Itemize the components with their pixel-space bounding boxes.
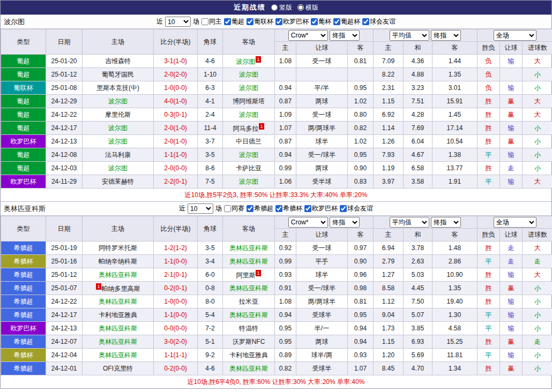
odds-time-select[interactable]: 终指 — [330, 30, 360, 41]
radio-horizontal-input[interactable] — [297, 4, 304, 11]
odds-source-select[interactable]: Crow* — [288, 217, 328, 228]
radio-vertical-layout[interactable]: 竖版 — [271, 3, 292, 12]
away-team-name[interactable]: 波尔图 — [239, 111, 258, 118]
home-team-name[interactable]: 波尔图 — [108, 124, 128, 132]
score[interactable]: 2-0(1-0) — [154, 135, 198, 148]
match-count-select[interactable]: 10 — [165, 17, 191, 27]
score[interactable]: 3-0(2-0) — [154, 335, 198, 349]
away-team-name[interactable]: 拉米亚 — [239, 298, 258, 305]
away-team-name[interactable]: 阿里斯 — [236, 272, 255, 279]
away-team-name[interactable]: 奥林匹亚科斯 — [229, 258, 268, 265]
home-team-name[interactable]: 法马利康 — [105, 151, 131, 159]
odds-source-select[interactable]: Crow* — [288, 30, 328, 41]
away-team-name[interactable]: 奥林匹亚科斯 — [229, 311, 268, 319]
home-team-name[interactable]: 帕纳多里高斯 — [102, 285, 140, 292]
home-team-name[interactable]: 安德莱赫特 — [102, 178, 134, 185]
away-team-name[interactable]: 中日德兰 — [236, 138, 262, 145]
away-team-name[interactable]: 阿马多拉 — [233, 125, 258, 132]
away-team-name[interactable]: 奥林匹亚科斯 — [229, 244, 268, 252]
avg-odds-select[interactable]: 平均值 — [390, 30, 429, 41]
score[interactable]: 0-2(0-0) — [154, 362, 198, 375]
filter-checkbox-球会友谊[interactable]: 球会友谊 — [362, 17, 396, 26]
odds-time-select[interactable]: 终指 — [330, 217, 360, 228]
checkbox-input[interactable] — [304, 205, 311, 212]
filter-checkbox-欧罗巴杯[interactable]: 欧罗巴杯 — [304, 204, 338, 213]
away-team-name[interactable]: 波尔图 — [239, 84, 258, 92]
checkbox-input[interactable] — [224, 18, 231, 25]
score[interactable]: 1-1(1-1) — [154, 349, 198, 362]
score[interactable]: 2-1(0-1) — [154, 268, 198, 282]
checkbox-input[interactable] — [362, 18, 369, 25]
score[interactable]: 0-0(0-0) — [154, 322, 198, 335]
score[interactable]: 2-0(1-0) — [154, 122, 198, 135]
home-team-name[interactable]: 波尔图 — [108, 97, 128, 105]
filter-checkbox-球会友谊[interactable]: 球会友谊 — [340, 204, 373, 213]
score[interactable]: 1-1(0-0) — [154, 255, 198, 268]
away-team-name[interactable]: 卡萨比亚 — [236, 164, 262, 172]
home-team-name[interactable]: 阿特罗米托斯 — [99, 244, 137, 252]
away-team-name[interactable]: 博阿维斯塔 — [233, 97, 265, 105]
avg-time-select[interactable]: 终指 — [431, 217, 461, 228]
score[interactable]: 4-0(1-0) — [154, 95, 198, 108]
home-team-name[interactable]: 摩里伦斯 — [105, 111, 131, 118]
score[interactable]: 0-2(0-1) — [154, 282, 198, 295]
scope-select[interactable]: 全场 — [494, 30, 536, 41]
checkbox-input[interactable] — [247, 205, 253, 212]
checkbox-input[interactable] — [275, 18, 282, 25]
home-team-name[interactable]: 波尔图 — [108, 138, 128, 145]
avg-odds-select[interactable]: 平均值 — [390, 217, 429, 228]
filter-checkbox-葡超杯[interactable]: 葡超杯 — [333, 17, 360, 26]
score[interactable]: 2-2(0-1) — [154, 175, 198, 189]
score[interactable]: 2-0(2-0) — [154, 68, 198, 81]
filter-checkbox-同赛[interactable]: 同赛 — [224, 204, 244, 213]
home-team-name[interactable]: 奥林匹亚科斯 — [99, 351, 137, 359]
away-team-name[interactable]: 特温特 — [239, 325, 258, 332]
home-team-name[interactable]: 奥林匹亚科斯 — [99, 271, 137, 278]
score[interactable]: 1-2(1-2) — [154, 242, 198, 255]
away-team-name[interactable]: 波尔图 — [236, 58, 255, 65]
checkbox-input[interactable] — [311, 18, 318, 25]
checkbox-input[interactable] — [275, 205, 282, 212]
away-team-name[interactable]: 波尔图 — [239, 151, 258, 159]
checkbox-input[interactable] — [224, 205, 231, 212]
filter-checkbox-同主[interactable]: 同主 — [202, 17, 222, 26]
checkbox-input[interactable] — [340, 205, 347, 212]
home-team-name[interactable]: 吉维森特 — [105, 57, 131, 65]
avg-time-select[interactable]: 终指 — [431, 30, 461, 41]
home-team-name[interactable]: 帕纳辛纳科斯 — [99, 258, 137, 265]
radio-vertical-input[interactable] — [271, 4, 278, 11]
checkbox-input[interactable] — [202, 18, 208, 25]
home-team-name[interactable]: 里斯本竞技(中) — [96, 84, 139, 92]
home-team-name[interactable]: OFI克里特 — [103, 365, 133, 372]
filter-checkbox-希腊超[interactable]: 希腊超 — [247, 204, 273, 213]
radio-horizontal-layout[interactable]: 横版 — [297, 3, 318, 12]
checkbox-input[interactable] — [247, 18, 253, 25]
score[interactable]: 1-1(1-0) — [154, 148, 198, 162]
filter-checkbox-葡超[interactable]: 葡超 — [224, 17, 244, 26]
away-team-name[interactable]: 奥林匹亚科斯 — [229, 365, 268, 372]
score[interactable]: 3-1(1-0) — [154, 55, 198, 68]
score[interactable]: 2-0(0-0) — [154, 162, 198, 175]
away-team-name[interactable]: 波尔图 — [239, 71, 258, 78]
checkbox-input[interactable] — [333, 18, 340, 25]
home-team-name[interactable]: 波尔图 — [108, 164, 128, 172]
filter-checkbox-葡杯[interactable]: 葡杯 — [311, 17, 331, 26]
filter-checkbox-希腊杯[interactable]: 希腊杯 — [275, 204, 302, 213]
score[interactable]: 1-0(0-0) — [154, 81, 198, 95]
home-team-name[interactable]: 奥林匹亚科斯 — [99, 325, 137, 332]
home-team-name[interactable]: 奥林匹亚科斯 — [99, 338, 137, 345]
home-team-name[interactable]: 葡萄牙国民 — [102, 71, 134, 78]
filter-checkbox-欧罗巴杯[interactable]: 欧罗巴杯 — [275, 17, 309, 26]
score[interactable]: 0-3(0-1) — [154, 108, 198, 122]
away-team-name[interactable]: 卡利地亚雅典 — [229, 351, 268, 359]
home-team-name[interactable]: 卡利地亚雅典 — [99, 311, 137, 319]
away-team-name[interactable]: 沃罗斯NFC — [233, 338, 265, 345]
filter-checkbox-葡联杯[interactable]: 葡联杯 — [247, 17, 273, 26]
match-count-select[interactable]: 10 — [188, 203, 213, 214]
away-team-name[interactable]: 奥林匹亚科斯 — [229, 284, 268, 292]
home-team-name[interactable]: 奥林匹亚科斯 — [99, 298, 137, 305]
score[interactable]: 1-0(0-0) — [154, 295, 198, 308]
score[interactable]: 1-1(0-0) — [154, 308, 198, 322]
away-team-name[interactable]: 波尔图 — [239, 178, 258, 185]
scope-select[interactable]: 全场 — [494, 217, 536, 228]
